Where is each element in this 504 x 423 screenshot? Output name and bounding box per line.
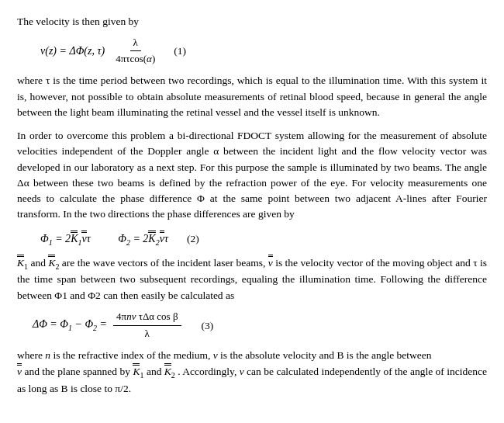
eq3-denominator: λ — [142, 326, 153, 342]
eq3-number: (3) — [202, 318, 214, 334]
eq3-fraction: 4πnv τΔα cos β λ — [113, 310, 181, 342]
para3-part2: and the plane spanned by — [22, 366, 133, 377]
paragraph-1: where τ is the time period between two r… — [17, 73, 487, 120]
eq2-phi1: Φ1 = 2K1vτ — [40, 231, 91, 248]
eq1-fraction: λ 4πτcos(α) — [112, 36, 158, 68]
intro-line: The velocity is then given by — [17, 14, 487, 29]
eq2-phi2: Φ2 = 2K2vτ — [118, 231, 168, 248]
equation-1-block: v(z) = ΔΦ(z, τ) λ 4πτcos(α) (1) — [40, 36, 487, 68]
equation-3-block: ΔΦ = Φ1 − Φ2 = 4πnv τΔα cos β λ (3) — [33, 310, 487, 342]
para3-part1: where n is the refractive index of the m… — [17, 349, 432, 361]
eq1-denominator: 4πτcos(α) — [112, 51, 158, 67]
eq1-lhs: v(z) = ΔΦ(z, τ) — [40, 43, 105, 59]
eq1-content: v(z) = ΔΦ(z, τ) λ 4πτcos(α) — [40, 36, 160, 68]
eq1-number: (1) — [174, 43, 186, 59]
equation-2-block: Φ1 = 2K1vτ Φ2 = 2K2vτ (2) — [40, 231, 487, 248]
eq3-lhs: ΔΦ = Φ1 − Φ2 = — [33, 317, 107, 334]
eq1-numerator: λ — [130, 36, 141, 52]
eq2-separator — [103, 231, 106, 247]
paragraph-3: where n is the refractive index of the m… — [17, 348, 487, 397]
eq3-numerator: 4πnv τΔα cos β — [113, 310, 181, 326]
k-vectors-paragraph: K1 and K2 are the wave vectors of the in… — [17, 255, 487, 303]
para3-and: and — [147, 366, 164, 377]
paragraph-2: In order to overcome this problem a bi-d… — [17, 128, 487, 223]
eq2-number: (2) — [187, 231, 199, 247]
